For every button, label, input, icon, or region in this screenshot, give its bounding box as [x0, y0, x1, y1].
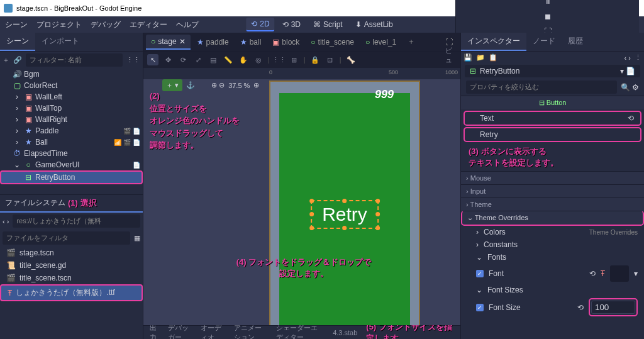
pivot-tool-icon[interactable]: ◎ — [253, 54, 264, 65]
bone-icon[interactable]: 🦴 — [345, 54, 357, 65]
tree-node: ›★Paddle🎬 📄 — [0, 125, 143, 136]
file-item[interactable]: 🎬stage.tscn — [0, 247, 143, 259]
bottom-panel: 出力 デバッガー オーディオ アニメーション シェーダーエディター 4.3.st… — [143, 325, 460, 339]
canvas-viewport[interactable]: 0 500 1000 ＋ ▾ ⚓ ⊕ ⊖ 37.5 % ⊕ 999 Retry — [143, 68, 460, 325]
prop-fonts[interactable]: Fonts — [487, 253, 638, 262]
inspector-object[interactable]: RetryButton — [480, 67, 519, 75]
menu-project[interactable]: プロジェクト — [36, 19, 82, 30]
scene-tab[interactable]: ★paddle — [192, 35, 234, 49]
copy-icon[interactable]: 📋 — [489, 53, 497, 62]
animation-tab[interactable]: アニメーション — [234, 323, 267, 340]
menu-scene[interactable]: シーン — [5, 19, 28, 30]
load-icon[interactable]: 📁 — [476, 53, 485, 62]
ruler-horizontal: 0 500 1000 — [143, 68, 460, 79]
anchor-icon[interactable]: ⚓ — [186, 81, 195, 89]
tree-node: ▢ColorRect — [0, 80, 143, 91]
view-menu[interactable]: ビュー — [445, 54, 457, 65]
window-title: stage.tscn - BigBreakOut - Godot Engine — [16, 4, 142, 12]
section-theme-overrides[interactable]: ⌄ Theme Overrides — [461, 211, 644, 226]
add-node-icon[interactable]: ＋ — [3, 55, 9, 65]
scale-tool-icon[interactable]: ⤢ — [192, 54, 204, 65]
prop-colors[interactable]: Colors — [484, 228, 584, 236]
select-tool-icon[interactable]: ↖ — [147, 54, 158, 65]
tab-import[interactable]: インポート — [35, 33, 86, 51]
prop-font: Font — [489, 269, 584, 278]
file-item-font[interactable]: Ŧしょかきうたげ（無料版）.ttf — [0, 284, 143, 301]
snap-icon[interactable]: ⋮⋮ — [274, 54, 285, 65]
workspace-2d[interactable]: ⟲ 2D — [246, 18, 274, 31]
section-input[interactable]: › Input — [461, 184, 644, 197]
group-icon[interactable]: ⊡ — [325, 54, 336, 65]
prop-font-size: Font Size — [489, 303, 572, 312]
app-icon — [4, 4, 13, 13]
tab-scene[interactable]: シーン — [0, 33, 35, 51]
prop-text-label: Text — [480, 114, 623, 123]
font-size-input[interactable] — [591, 301, 635, 314]
ruler-tool-icon[interactable]: 📏 — [223, 54, 234, 65]
scene-tree: 🔊Bgm ▢ColorRect ›▣WallLeft ›▣WallTop ›▣W… — [0, 69, 143, 194]
menu-editor[interactable]: エディター — [130, 19, 167, 30]
tab-node[interactable]: ノード — [526, 33, 562, 51]
fontsize-checkbox[interactable]: ✓ — [476, 304, 484, 311]
property-filter[interactable]: プロパティを絞り込む — [466, 81, 617, 94]
audio-tab[interactable]: オーディオ — [201, 323, 225, 340]
fs-filter-input[interactable]: ファイルをフィルタ — [3, 231, 130, 245]
workspace-script[interactable]: ⌘ Script — [308, 18, 348, 31]
tree-node: ⏱ElapsedTime — [0, 148, 143, 159]
retry-button-preview[interactable]: Retry — [311, 200, 379, 229]
class-button[interactable]: ⊟ Button — [461, 96, 644, 109]
output-tab[interactable]: 出力 — [150, 323, 159, 340]
prop-font-sizes[interactable]: Font Sizes — [487, 286, 638, 294]
version-label: 4.3.stab — [333, 329, 357, 336]
scene-tab[interactable]: ○title_scene — [306, 35, 359, 49]
shader-tab[interactable]: シェーダーエディター — [276, 323, 324, 340]
menu-help[interactable]: ヘルプ — [176, 19, 199, 30]
pause-button[interactable]: ⏸ — [544, 0, 552, 6]
stop-button[interactable]: ◼ — [545, 12, 551, 21]
annotation-3: (3) ボタンに表示する テキストを設定します。 — [461, 143, 644, 171]
add-scene-icon[interactable]: ＋ — [402, 34, 420, 50]
font-checkbox[interactable]: ✓ — [476, 270, 484, 277]
debugger-tab[interactable]: デバッガー — [168, 323, 192, 340]
revert-icon[interactable]: ⟲ — [628, 114, 634, 123]
grid-snap-icon[interactable]: ⊞ — [289, 54, 300, 65]
fs-path[interactable]: res://しょかきうたげ（無料 — [13, 214, 140, 228]
pan-tool-icon[interactable]: ✋ — [238, 54, 249, 65]
link-icon[interactable]: 🔗 — [13, 56, 22, 64]
section-mouse[interactable]: › Mouse — [461, 171, 644, 184]
list-tool-icon[interactable]: ▤ — [208, 54, 219, 65]
zoom-level[interactable]: 37.5 % — [228, 82, 250, 89]
main-menu-bar: シーン プロジェクト デバッグ エディター ヘルプ ⟲ 2D ⟲ 3D ⌘ Sc… — [0, 16, 644, 33]
scene-tab[interactable]: ○level_1 — [360, 35, 401, 49]
workspace-3d[interactable]: ⟲ 3D — [277, 18, 306, 31]
rotate-tool-icon[interactable]: ⟳ — [177, 54, 189, 65]
filter-menu-icon[interactable]: ⋮⋮ — [126, 56, 140, 64]
tab-inspector[interactable]: インスペクター — [461, 33, 526, 51]
save-icon[interactable]: 💾 — [464, 53, 472, 62]
tree-node: 🔊Bgm — [0, 69, 143, 80]
tree-node: ›▣WallTop — [0, 103, 143, 114]
prop-constants[interactable]: Constants — [484, 240, 638, 249]
file-item[interactable]: 🎬title_scene.tscn — [0, 272, 143, 284]
annotation-1: (1) 選択 — [68, 197, 97, 209]
revert-icon[interactable]: ⟲ — [589, 269, 596, 278]
font-preview[interactable] — [610, 265, 629, 282]
tab-history[interactable]: 履歴 — [562, 33, 589, 51]
scene-tab[interactable]: ▣block — [267, 35, 304, 49]
section-theme[interactable]: › Theme — [461, 197, 644, 211]
score-text: 999 — [375, 88, 394, 101]
lock-icon[interactable]: 🔒 — [309, 54, 321, 65]
workspace-assetlib[interactable]: ⬇ AssetLib — [350, 18, 398, 31]
move-tool-icon[interactable]: ✥ — [162, 54, 174, 65]
revert-icon[interactable]: ⟲ — [577, 303, 584, 312]
scene-tab[interactable]: ○stage ✕ — [146, 35, 191, 50]
file-item[interactable]: 📜title_scene.gd — [0, 259, 143, 272]
game-preview: 999 Retry — [269, 81, 420, 325]
menu-debug[interactable]: デバッグ — [91, 19, 121, 30]
open-scenes-tabs: ○stage ✕ ★paddle ★ball ▣block ○title_sce… — [143, 33, 460, 52]
prop-text-value[interactable]: Retry — [480, 130, 498, 139]
font-drop-icon[interactable]: Ŧ — [601, 269, 605, 278]
scene-filter-input[interactable]: フィルター: 名前 — [26, 53, 123, 67]
tree-node: ›▣WallRight — [0, 114, 143, 125]
scene-tab[interactable]: ★ball — [235, 35, 267, 49]
